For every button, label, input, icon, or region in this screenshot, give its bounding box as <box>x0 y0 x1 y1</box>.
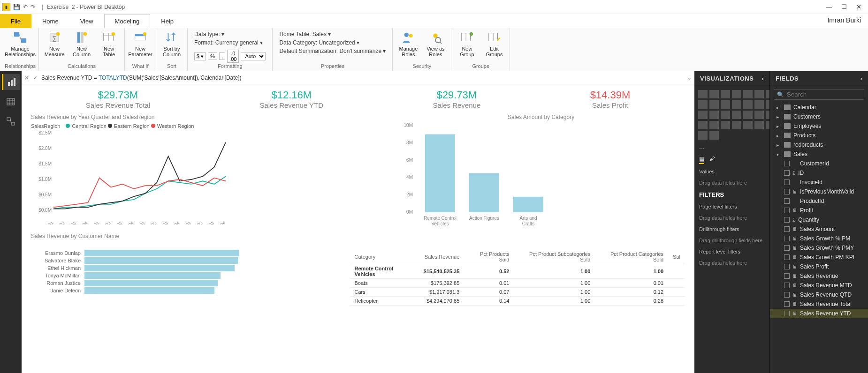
table-row[interactable]: Remote Control Vehicles$15,540,525.350.5… <box>350 264 685 279</box>
format-well-icon[interactable]: 🖌 <box>709 156 715 164</box>
viz-type-icon[interactable] <box>709 111 719 119</box>
viz-type-icon[interactable] <box>698 131 708 140</box>
format-dropdown[interactable]: Format: Currency general ▾ <box>194 39 266 46</box>
viz-type-icon[interactable] <box>743 111 753 119</box>
legend-item[interactable]: Central Region <box>66 123 106 129</box>
expand-formula-icon[interactable]: ⌄ <box>687 75 692 81</box>
hbar-row[interactable]: Ethel Hickman <box>32 265 335 271</box>
field-item[interactable]: 🖩 Sales Growth PM KPI <box>770 253 868 262</box>
hbar-row[interactable]: Janie Deleon <box>32 287 335 294</box>
viz-type-icon[interactable] <box>721 100 730 109</box>
formula-bar[interactable]: ✕ ✓ Sales Revenue YTD = TOTALYTD(SUM('Sa… <box>22 71 694 84</box>
viz-type-icon[interactable] <box>754 111 764 119</box>
field-item[interactable]: 🖩 Sales Revenue MTD <box>770 281 868 290</box>
hbar-row[interactable]: Salvatore Blake <box>32 257 335 264</box>
viz-type-icon[interactable] <box>721 111 730 119</box>
viz-type-icon[interactable] <box>698 100 708 109</box>
report-canvas[interactable]: $29.73M Sales Revenue Total $12.16M Sale… <box>22 84 694 373</box>
field-table[interactable]: ▸Customers <box>770 112 868 121</box>
drill-drop[interactable]: Drag drillthrough fields here <box>694 235 769 246</box>
viz-type-icon[interactable] <box>698 121 708 129</box>
field-table[interactable]: ▸Employees <box>770 121 868 131</box>
field-item[interactable]: 🖩 Sales Revenue YTD <box>770 309 868 318</box>
field-checkbox[interactable] <box>784 198 790 204</box>
data-type-dropdown[interactable]: Data type: ▾ <box>194 31 266 37</box>
model-view-icon[interactable] <box>2 113 20 129</box>
table-row[interactable]: Cars$1,917,031.30.071.000.12 <box>350 288 685 297</box>
kpi-card[interactable]: $29.73M Sales Revenue <box>433 89 480 109</box>
commit-formula-icon[interactable]: ✓ <box>33 75 38 81</box>
field-checkbox[interactable] <box>784 226 790 232</box>
edit-groups-button[interactable]: Edit Groups <box>481 29 507 57</box>
kpi-card[interactable]: $12.16M Sales Revenue YTD <box>259 89 323 109</box>
field-checkbox[interactable] <box>784 170 790 176</box>
manage-roles-button[interactable]: Manage Roles <box>396 29 421 57</box>
report-view-icon[interactable] <box>2 74 20 90</box>
percent-button[interactable]: % <box>208 52 217 60</box>
redo-icon[interactable]: ↷ <box>30 4 35 10</box>
kpi-card[interactable]: $29.73M Sales Revenue Total <box>86 89 150 109</box>
viz-type-icon[interactable] <box>754 121 764 129</box>
data-view-icon[interactable] <box>2 94 20 110</box>
field-checkbox[interactable] <box>784 283 790 288</box>
bar-chart[interactable]: 10M8M6M4M2M0MRemote ControlVehiclesActio… <box>397 123 575 226</box>
viz-type-icon[interactable] <box>721 90 730 98</box>
field-checkbox[interactable] <box>784 236 790 241</box>
tab-help[interactable]: Help <box>150 14 184 28</box>
viz-type-icon[interactable] <box>709 90 719 98</box>
field-checkbox[interactable] <box>784 292 790 298</box>
field-checkbox[interactable] <box>784 254 790 260</box>
viz-type-icon[interactable] <box>698 90 708 98</box>
new-group-button[interactable]: New Group <box>454 29 480 57</box>
drag-fields-hint[interactable]: Drag data fields here <box>694 177 769 188</box>
field-item[interactable]: 🖩 Sales Revenue QTD <box>770 290 868 299</box>
table-header[interactable]: Pct Product Categories Sold <box>595 250 668 264</box>
viz-type-icon[interactable] <box>709 131 719 140</box>
category-table[interactable]: CategorySales RevenuePct Products SoldPc… <box>350 250 685 306</box>
viz-type-icon[interactable] <box>709 100 719 109</box>
field-checkbox[interactable] <box>784 189 790 194</box>
field-item[interactable]: 🖩 Sales Revenue <box>770 271 868 281</box>
field-checkbox[interactable] <box>784 208 790 213</box>
currency-button[interactable]: $ ▾ <box>194 52 206 60</box>
field-item[interactable]: InvoiceId <box>770 178 868 187</box>
sort-by-column-button[interactable]: Sort by Column <box>159 29 184 57</box>
field-table-sales[interactable]: ▾Sales <box>770 149 868 159</box>
field-checkbox[interactable] <box>784 245 790 251</box>
report-filters-drop[interactable]: Drag data fields here <box>694 257 769 269</box>
field-checkbox[interactable] <box>784 161 790 166</box>
fields-search[interactable]: 🔍 <box>774 89 864 100</box>
tab-file[interactable]: File <box>0 14 31 28</box>
field-checkbox[interactable] <box>784 311 790 316</box>
user-name[interactable]: Imran Burki <box>820 14 868 28</box>
hbar-row[interactable]: Erasmo Dunlap <box>32 250 335 256</box>
save-icon[interactable]: 💾 <box>13 4 20 10</box>
viz-type-icon[interactable] <box>754 90 764 98</box>
new-table-button[interactable]: New Table <box>96 29 122 57</box>
table-header[interactable]: Pct Products Sold <box>464 250 514 264</box>
fields-well-icon[interactable]: ▦ <box>699 156 704 164</box>
field-table[interactable]: ▸Products <box>770 131 868 140</box>
thousands-button[interactable]: , <box>219 52 225 60</box>
tab-modeling[interactable]: Modeling <box>104 14 151 28</box>
collapse-fields-icon[interactable]: › <box>860 75 862 82</box>
viz-type-icon[interactable] <box>743 90 753 98</box>
field-item[interactable]: CustomerId <box>770 159 868 168</box>
line-chart[interactable]: $2.5M$2.0M$1.5M$1.0M$0.5M$0.0M2012-Q1201… <box>31 131 228 224</box>
table-header[interactable]: Sal <box>668 250 685 264</box>
hbar-row[interactable]: Tonya McMillan <box>32 272 335 279</box>
field-item[interactable]: Σ ID <box>770 168 868 178</box>
field-checkbox[interactable] <box>784 179 790 185</box>
viz-type-icon[interactable] <box>721 121 730 129</box>
viz-type-icon[interactable] <box>698 111 708 119</box>
field-item[interactable]: 🖩 Profit <box>770 206 868 215</box>
viz-type-icon[interactable] <box>743 100 753 109</box>
field-item[interactable]: 🖩 Sales Profit <box>770 262 868 271</box>
formula-expression[interactable]: Sales Revenue YTD = TOTALYTD(SUM('Sales'… <box>41 75 683 81</box>
home-table-dropdown[interactable]: Home Table: Sales ▾ <box>279 31 386 37</box>
page-filters-drop[interactable]: Drag data fields here <box>694 212 769 224</box>
new-measure-button[interactable]: ∑New Measure <box>42 29 67 57</box>
field-checkbox[interactable] <box>784 301 790 307</box>
viz-type-icon[interactable] <box>709 121 719 129</box>
cancel-formula-icon[interactable]: ✕ <box>24 75 29 81</box>
